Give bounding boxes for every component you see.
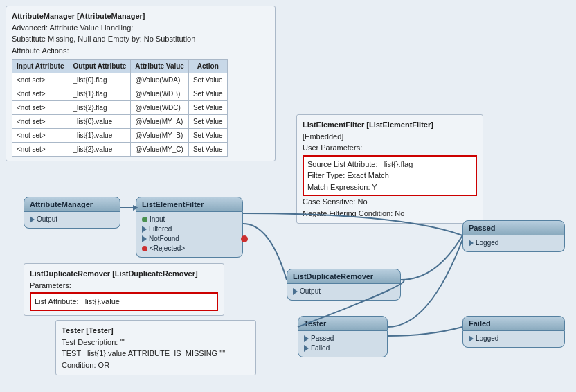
ldr-output-port[interactable]: Output: [293, 287, 395, 296]
list-element-filter-info-box: ListElementFilter [ListElementFilter] [E…: [296, 114, 483, 224]
port-arrow-ldr-output: [293, 288, 298, 295]
table-cell: _list{2}.value: [69, 143, 131, 157]
ldr-hl1: List Attribute: _list{}.value: [35, 296, 213, 308]
port-arrow-tester-passed: [304, 335, 309, 342]
table-cell: _list{0}.value: [69, 115, 131, 129]
table-cell: <not set>: [12, 101, 69, 115]
passed-node-body: Logged: [462, 235, 565, 252]
lef-node-label: ListElementFilter: [142, 200, 204, 208]
tester-title: Tester [Tester]: [62, 325, 250, 337]
lef-input-port[interactable]: Input: [142, 215, 237, 224]
tester-node-header[interactable]: Tester: [298, 316, 388, 331]
ldr-node-body: Output: [287, 284, 401, 301]
table-cell: @Value(MY_C): [131, 143, 189, 157]
table-cell: <not set>: [12, 73, 69, 87]
ldr-highlight: List Attribute: _list{}.value: [30, 292, 218, 311]
attribute-manager-info-box: AttributeManager [AttributeManager] Adva…: [6, 6, 276, 161]
lef-highlight: Source List Attribute: _list{}.flag Filt…: [303, 155, 477, 197]
table-row: <not set>_list{2}.value@Value(MY_C)Set V…: [12, 143, 228, 157]
failed-node-label: Failed: [469, 319, 491, 328]
table-cell: Set Value: [188, 143, 227, 157]
tester-passed-label: Passed: [311, 335, 334, 342]
am-output-label: Output: [37, 215, 57, 223]
table-row: <not set>_list{1}.flag@Value(WDB)Set Val…: [12, 87, 228, 101]
table-cell: Set Value: [188, 115, 227, 129]
ldr-node-header[interactable]: ListDuplicateRemover: [287, 269, 401, 284]
am-output-port[interactable]: Output: [30, 215, 114, 224]
attribute-manager-node[interactable]: AttributeManager Output: [24, 197, 120, 229]
port-arrow-right-icon: [30, 216, 35, 223]
lef-input-label: Input: [150, 215, 165, 223]
table-cell: <not set>: [12, 87, 69, 101]
table-cell: Set Value: [188, 101, 227, 115]
passed-logged-port[interactable]: Logged: [469, 238, 559, 247]
table-cell: Set Value: [188, 87, 227, 101]
attribute-manager-node-body: Output: [24, 212, 120, 229]
tester-line3: Condition: OR: [62, 359, 250, 371]
attribute-manager-subtitle: Advanced: Attribute Value Handling:: [12, 22, 269, 34]
port-dot-rejected: [142, 246, 147, 251]
col-input-attribute: Input Attribute: [12, 60, 69, 73]
lef-line3: Case Sensitive: No: [303, 196, 477, 208]
port-arrow-passed-logged: [469, 240, 474, 247]
ldr-title: ListDuplicateRemover [ListDuplicateRemov…: [30, 268, 218, 280]
lef-notfound-label: NotFound: [149, 235, 179, 242]
lef-node-header[interactable]: ListElementFilter: [136, 197, 243, 212]
tester-passed-port[interactable]: Passed: [304, 334, 381, 343]
attribute-manager-line3: Attribute Actions:: [12, 45, 269, 57]
table-cell: _list{2}.flag: [69, 101, 131, 115]
col-attribute-value: Attribute Value: [131, 60, 189, 73]
failed-node-header[interactable]: Failed: [462, 316, 565, 331]
tester-line2: TEST _list{1}.value ATTRIBUTE_IS_MISSING…: [62, 348, 250, 359]
lef-rejected-port[interactable]: <Rejected>: [142, 244, 237, 253]
attribute-manager-title: AttributeManager [AttributeManager]: [12, 10, 269, 22]
table-row: <not set>_list{0}.flag@Value(WDA)Set Val…: [12, 73, 228, 87]
failed-logged-label: Logged: [476, 335, 498, 342]
lef-notfound-port[interactable]: NotFound: [142, 234, 237, 243]
list-element-filter-node[interactable]: ListElementFilter Input Filtered NotFoun…: [136, 197, 243, 258]
tester-failed-port[interactable]: Failed: [304, 344, 381, 353]
table-cell: @Value(WDC): [131, 101, 189, 115]
table-cell: _list{1}.flag: [69, 87, 131, 101]
lef-hl3: Match Expression: Y: [307, 181, 472, 193]
lef-hl1: Source List Attribute: _list{}.flag: [307, 159, 472, 170]
ldr-node-label: ListDuplicateRemover: [293, 272, 373, 280]
tester-node-body: Passed Failed: [298, 331, 388, 357]
col-output-attribute: Output Attribute: [69, 60, 131, 73]
port-arrow-tester-failed: [304, 345, 309, 352]
table-cell: @Value(MY_B): [131, 129, 189, 143]
ldr-output-label: Output: [300, 287, 321, 295]
lef-title: ListElementFilter [ListElementFilter]: [303, 119, 477, 131]
port-arrow-filtered: [142, 226, 147, 233]
passed-node-header[interactable]: Passed: [462, 220, 565, 235]
tester-info-box: Tester [Tester] Test Description: "" TES…: [55, 320, 256, 375]
failed-logged-port[interactable]: Logged: [469, 334, 559, 343]
lef-rejected-label: <Rejected>: [150, 244, 185, 252]
table-cell: <not set>: [12, 115, 69, 129]
lef-filtered-label: Filtered: [149, 225, 172, 233]
lef-line2: User Parameters:: [303, 142, 477, 154]
tester-line1: Test Description: "": [62, 337, 250, 348]
tester-node-label: Tester: [304, 319, 326, 328]
failed-node[interactable]: Failed Logged: [462, 316, 565, 348]
table-cell: _list{1}.value: [69, 129, 131, 143]
passed-logged-label: Logged: [476, 239, 498, 247]
lef-hl2: Filter Type: Exact Match: [307, 170, 472, 181]
attribute-manager-line2: Substitute Missing, Null and Empty by: N…: [12, 33, 269, 45]
tester-failed-label: Failed: [311, 344, 330, 352]
passed-node[interactable]: Passed Logged: [462, 220, 565, 252]
table-cell: @Value(WDA): [131, 73, 189, 87]
list-duplicate-remover-node[interactable]: ListDuplicateRemover Output: [287, 269, 401, 301]
table-cell: Set Value: [188, 73, 227, 87]
attribute-manager-table: Input Attribute Output Attribute Attribu…: [12, 59, 228, 157]
list-duplicate-remover-info-box: ListDuplicateRemover [ListDuplicateRemov…: [24, 263, 224, 316]
table-cell: @Value(MY_A): [131, 115, 189, 129]
lef-filtered-port[interactable]: Filtered: [142, 224, 237, 233]
lef-line1: [Embedded]: [303, 131, 477, 143]
lef-node-body: Input Filtered NotFound <Rejected>: [136, 212, 243, 258]
lef-line4: Negate Filtering Condition: No: [303, 208, 477, 220]
tester-node[interactable]: Tester Passed Failed: [298, 316, 388, 357]
table-cell: <not set>: [12, 129, 69, 143]
col-action: Action: [188, 60, 227, 73]
attribute-manager-node-header[interactable]: AttributeManager: [24, 197, 120, 212]
